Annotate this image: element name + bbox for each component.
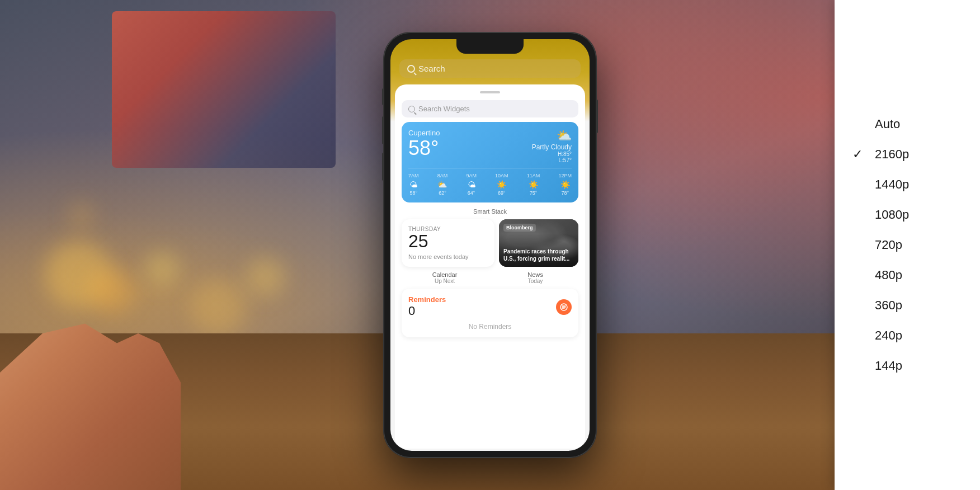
calendar-widget-name: Calendar (402, 271, 488, 278)
search-label: Search (418, 64, 445, 73)
weather-hour-icon: ☀️ (527, 180, 540, 189)
bokeh-light (145, 252, 179, 285)
screen-content: Search Search Widgets Cu (390, 39, 590, 451)
quality-check-480p (852, 268, 866, 282)
weather-time-label: 7AM (408, 173, 419, 178)
quality-item-240p[interactable]: 240p (835, 321, 980, 351)
weather-hour-temp: 58° (408, 190, 419, 196)
calendar-no-events: No more events today (408, 253, 488, 260)
quality-label-720p: 720p (875, 238, 902, 252)
quality-label-1440p: 1440p (875, 177, 909, 192)
phone-mute-button (382, 88, 384, 105)
quality-item-1440p[interactable]: 1440p (835, 169, 980, 200)
quality-item-auto[interactable]: Auto (835, 109, 980, 139)
weather-low: L:57° (532, 157, 572, 163)
weather-hour-temp: 69° (495, 190, 508, 196)
quality-label-2160p: 2160p (875, 147, 909, 162)
quality-item-1080p[interactable]: 1080p (835, 200, 980, 230)
phone-notch (456, 39, 524, 54)
quality-label-auto: Auto (875, 117, 900, 131)
reminders-count: 0 (408, 304, 446, 318)
reminders-widget[interactable]: Reminders 0 (402, 289, 578, 337)
reminders-icon (556, 299, 572, 315)
weather-hour-icon: ☀️ (495, 180, 508, 189)
weather-hour-12pm: 12PM ☀️ 78° (558, 173, 572, 196)
weather-high: H:85° (532, 151, 572, 157)
weather-time-label: 11AM (527, 173, 540, 178)
news-widget-sub: Today (492, 278, 578, 284)
weather-time-label: 8AM (437, 173, 448, 178)
weather-hour-10am: 10AM ☀️ 69° (495, 173, 508, 196)
background-monitor (112, 11, 336, 168)
news-headline: Pandemic races through U.S., forcing gri… (503, 248, 574, 262)
calendar-label: Calendar Up Next (402, 271, 488, 284)
drag-indicator (480, 91, 500, 93)
search-bar[interactable]: Search (399, 59, 581, 78)
widget-card: Search Widgets Cupertino 58° ⛅ Partly Cl… (395, 84, 585, 449)
bokeh-light (246, 257, 285, 296)
weather-temp: 58° (408, 137, 440, 159)
news-widget[interactable]: Bloomberg Pandemic races through U.S., f… (499, 219, 578, 267)
reminders-empty: No Reminders (408, 323, 572, 331)
phone-wrapper: Search Search Widgets Cu (384, 32, 596, 458)
widgets-row: THURSDAY 25 No more events today Bloombe… (402, 219, 578, 267)
quality-item-720p[interactable]: 720p (835, 230, 980, 260)
quality-item-480p[interactable]: 480p (835, 260, 980, 290)
news-widget-name: News (492, 271, 578, 278)
search-icon (407, 65, 415, 73)
quality-label-480p: 480p (875, 268, 902, 282)
weather-hour-icon: 🌤 (408, 180, 419, 189)
phone-screen: Search Search Widgets Cu (390, 39, 590, 451)
weather-condition: Partly Cloudy (532, 143, 572, 151)
quality-check-1080p (852, 208, 866, 222)
weather-hour-temp: 78° (558, 190, 572, 196)
news-image: Bloomberg Pandemic races through U.S., f… (499, 219, 578, 267)
weather-city: Cupertino (408, 129, 440, 137)
bokeh-light (67, 201, 95, 229)
quality-menu: Auto ✓ 2160p 1440p 1080p 720p 480p 360p … (835, 0, 980, 490)
quality-check-auto (852, 117, 866, 131)
bokeh-light (89, 268, 134, 313)
phone-power-button (596, 100, 598, 133)
weather-widget[interactable]: Cupertino 58° ⛅ Partly Cloudy H:85° L:57… (402, 122, 578, 202)
quality-check-360p (852, 298, 866, 313)
quality-check-720p (852, 238, 866, 252)
weather-time-label: 12PM (558, 173, 572, 178)
news-source: Bloomberg (503, 224, 536, 232)
quality-item-2160p[interactable]: ✓ 2160p (835, 139, 980, 169)
quality-label-360p: 360p (875, 298, 902, 313)
smart-stack-label: Smart Stack (402, 208, 578, 215)
weather-hour-8am: 8AM ⛅ 62° (437, 173, 448, 196)
phone-volume-up-button (382, 116, 384, 144)
phone-frame: Search Search Widgets Cu (384, 32, 596, 458)
weather-hour-9am: 9AM 🌤 64° (466, 173, 477, 196)
quality-item-144p[interactable]: 144p (835, 351, 980, 381)
weather-hour-temp: 64° (466, 190, 477, 196)
weather-hour-icon: ☀️ (558, 180, 572, 189)
quality-item-360p[interactable]: 360p (835, 290, 980, 321)
weather-time-label: 9AM (466, 173, 477, 178)
search-widgets-bar[interactable]: Search Widgets (402, 100, 578, 117)
quality-check-2160p: ✓ (852, 147, 866, 162)
calendar-widget[interactable]: THURSDAY 25 No more events today (402, 219, 494, 267)
weather-time-label: 10AM (495, 173, 508, 178)
bokeh-light (190, 280, 246, 336)
reminders-title: Reminders (408, 295, 446, 304)
quality-label-240p: 240p (875, 328, 902, 343)
calendar-date: 25 (408, 232, 488, 250)
calendar-widget-sub: Up Next (402, 278, 488, 284)
quality-label-144p: 144p (875, 359, 902, 373)
quality-check-1440p (852, 177, 866, 192)
phone-volume-down-button (382, 153, 384, 181)
weather-condition-icon: ⛅ (532, 129, 572, 143)
quality-label-1080p: 1080p (875, 208, 909, 222)
weather-hour-icon: ⛅ (437, 180, 448, 189)
search-widgets-icon (408, 106, 415, 112)
weather-hour-temp: 62° (437, 190, 448, 196)
weather-hour-7am: 7AM 🌤 58° (408, 173, 419, 196)
weather-hour-icon: 🌤 (466, 180, 477, 189)
search-widgets-label: Search Widgets (418, 105, 470, 113)
weather-hourly: 7AM 🌤 58° 8AM ⛅ 62° 9AM 🌤 (408, 168, 572, 196)
weather-hour-11am: 11AM ☀️ 75° (527, 173, 540, 196)
news-label: News Today (492, 271, 578, 284)
